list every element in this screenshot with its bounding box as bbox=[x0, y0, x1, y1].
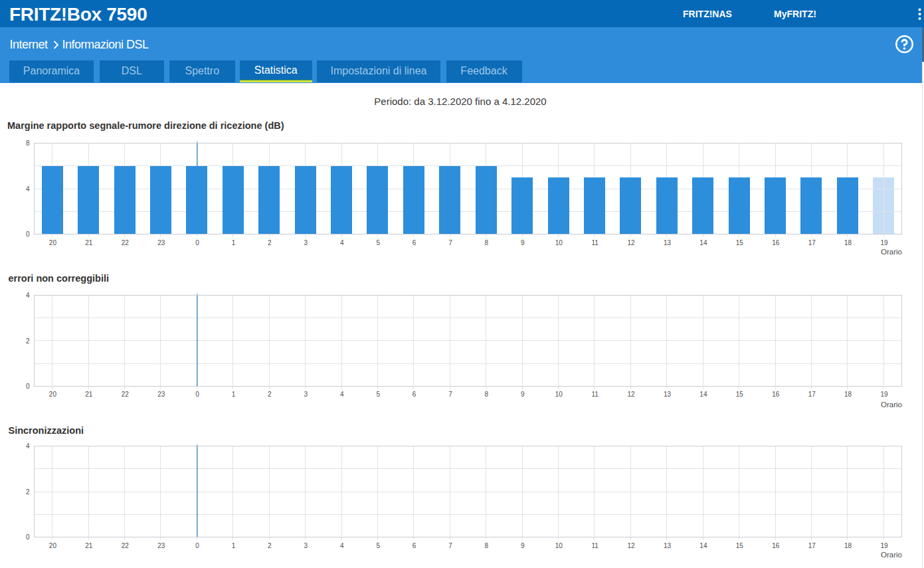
svg-text:14: 14 bbox=[699, 542, 707, 549]
svg-text:17: 17 bbox=[808, 239, 816, 246]
svg-text:14: 14 bbox=[699, 391, 707, 398]
svg-text:9: 9 bbox=[521, 542, 525, 549]
svg-text:Periodo: da 3.12.2020 fino a 4: Periodo: da 3.12.2020 fino a 4.12.2020 bbox=[374, 96, 546, 107]
svg-text:7: 7 bbox=[448, 239, 452, 246]
svg-text:19: 19 bbox=[880, 542, 888, 549]
svg-text:6: 6 bbox=[413, 239, 416, 246]
svg-text:11: 11 bbox=[592, 542, 599, 549]
svg-text:13: 13 bbox=[664, 239, 672, 246]
svg-text:19: 19 bbox=[880, 239, 888, 246]
svg-text:20: 20 bbox=[49, 542, 57, 549]
svg-text:18: 18 bbox=[844, 542, 852, 549]
svg-text:4: 4 bbox=[340, 239, 344, 246]
svg-text:17: 17 bbox=[808, 542, 816, 549]
svg-text:10: 10 bbox=[555, 391, 563, 398]
svg-text:22: 22 bbox=[122, 542, 130, 549]
svg-text:13: 13 bbox=[664, 542, 672, 549]
svg-text:13: 13 bbox=[664, 391, 672, 398]
svg-text:9: 9 bbox=[521, 239, 525, 246]
svg-text:4: 4 bbox=[340, 542, 344, 549]
svg-text:22: 22 bbox=[122, 391, 130, 398]
svg-text:0: 0 bbox=[195, 542, 199, 549]
svg-text:Orario: Orario bbox=[881, 401, 902, 409]
svg-text:12: 12 bbox=[628, 239, 636, 246]
svg-text:15: 15 bbox=[736, 391, 744, 398]
svg-text:errori non correggibili: errori non correggibili bbox=[9, 273, 109, 284]
svg-text:21: 21 bbox=[85, 391, 93, 398]
svg-text:9: 9 bbox=[521, 391, 525, 398]
svg-text:3: 3 bbox=[304, 391, 308, 398]
svg-text:5: 5 bbox=[376, 391, 380, 398]
svg-text:4: 4 bbox=[26, 442, 30, 450]
svg-text:23: 23 bbox=[157, 542, 165, 549]
svg-text:21: 21 bbox=[85, 239, 93, 246]
svg-text:Orario: Orario bbox=[881, 248, 902, 256]
svg-text:7: 7 bbox=[448, 391, 452, 398]
svg-text:16: 16 bbox=[772, 239, 780, 246]
svg-text:18: 18 bbox=[844, 391, 852, 398]
svg-text:15: 15 bbox=[736, 542, 744, 549]
svg-text:2: 2 bbox=[268, 391, 272, 398]
svg-text:16: 16 bbox=[772, 391, 780, 398]
svg-text:20: 20 bbox=[49, 391, 57, 398]
svg-text:5: 5 bbox=[376, 542, 380, 549]
svg-text:12: 12 bbox=[628, 391, 636, 398]
svg-text:11: 11 bbox=[592, 239, 599, 246]
svg-text:21: 21 bbox=[85, 542, 93, 549]
svg-text:4: 4 bbox=[340, 391, 344, 398]
svg-text:0: 0 bbox=[26, 533, 30, 541]
svg-text:7: 7 bbox=[448, 542, 452, 549]
svg-text:23: 23 bbox=[157, 239, 165, 246]
svg-text:17: 17 bbox=[808, 391, 816, 398]
svg-text:8: 8 bbox=[485, 239, 489, 246]
svg-text:0: 0 bbox=[26, 383, 30, 390]
svg-text:10: 10 bbox=[555, 239, 563, 246]
svg-text:3: 3 bbox=[304, 542, 308, 549]
svg-text:0: 0 bbox=[195, 239, 199, 246]
svg-text:Sincronizzazioni: Sincronizzazioni bbox=[9, 425, 84, 436]
svg-text:1: 1 bbox=[232, 239, 236, 246]
svg-text:18: 18 bbox=[844, 239, 852, 246]
svg-text:8: 8 bbox=[485, 391, 489, 398]
svg-text:6: 6 bbox=[413, 391, 416, 398]
svg-text:6: 6 bbox=[413, 542, 416, 549]
svg-text:10: 10 bbox=[555, 542, 563, 549]
svg-text:16: 16 bbox=[772, 542, 780, 549]
svg-text:14: 14 bbox=[699, 239, 707, 246]
svg-text:2: 2 bbox=[268, 239, 272, 246]
svg-text:19: 19 bbox=[880, 391, 888, 398]
svg-text:3: 3 bbox=[304, 239, 308, 246]
svg-text:Margine rapporto segnale-rumor: Margine rapporto segnale-rumore direzion… bbox=[7, 120, 284, 131]
svg-text:23: 23 bbox=[157, 391, 165, 398]
svg-text:1: 1 bbox=[232, 391, 236, 398]
svg-text:4: 4 bbox=[26, 292, 30, 299]
svg-text:8: 8 bbox=[485, 542, 489, 549]
svg-text:15: 15 bbox=[736, 239, 744, 246]
svg-text:22: 22 bbox=[122, 239, 130, 246]
svg-text:12: 12 bbox=[628, 542, 636, 549]
svg-text:0: 0 bbox=[195, 391, 199, 398]
svg-text:0: 0 bbox=[26, 231, 30, 238]
svg-text:8: 8 bbox=[26, 140, 30, 147]
svg-text:2: 2 bbox=[268, 542, 272, 549]
svg-text:5: 5 bbox=[376, 239, 380, 246]
svg-text:2: 2 bbox=[26, 337, 30, 345]
svg-text:2: 2 bbox=[26, 488, 30, 496]
svg-text:20: 20 bbox=[49, 239, 57, 246]
svg-text:1: 1 bbox=[232, 542, 236, 549]
svg-text:11: 11 bbox=[592, 391, 599, 398]
svg-text:Orario: Orario bbox=[881, 551, 902, 559]
svg-text:4: 4 bbox=[26, 185, 30, 193]
